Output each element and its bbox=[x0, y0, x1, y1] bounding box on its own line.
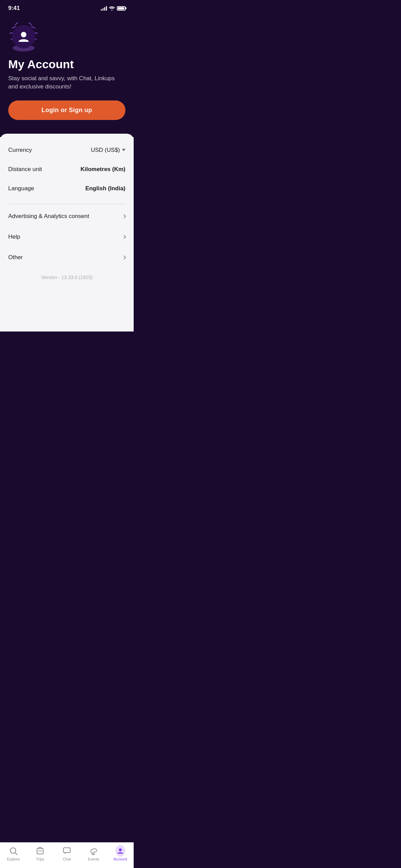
language-row[interactable]: Language English (India) bbox=[0, 179, 134, 198]
help-row[interactable]: Help bbox=[0, 227, 134, 247]
status-bar: 9:41 bbox=[0, 0, 134, 14]
currency-value-container: USD (US$) bbox=[91, 147, 125, 154]
settings-group-preferences: Currency USD (US$) Distance unit Kilomet… bbox=[0, 137, 134, 202]
svg-point-10 bbox=[21, 32, 26, 37]
chevron-right-icon bbox=[122, 214, 126, 218]
wifi-icon bbox=[109, 6, 115, 11]
other-label: Other bbox=[8, 254, 23, 261]
distance-unit-label: Distance unit bbox=[8, 166, 42, 173]
svg-line-7 bbox=[32, 26, 35, 28]
chevron-right-icon bbox=[122, 235, 126, 239]
status-time: 9:41 bbox=[8, 5, 20, 12]
avatar bbox=[12, 25, 35, 48]
advertising-consent-row[interactable]: Advertising & Analytics consent bbox=[0, 206, 134, 227]
content-section: Currency USD (US$) Distance unit Kilomet… bbox=[0, 134, 134, 331]
chevron-right-icon bbox=[122, 255, 126, 259]
language-label: Language bbox=[8, 185, 34, 192]
battery-icon bbox=[117, 6, 125, 11]
status-icons bbox=[101, 6, 125, 11]
currency-label: Currency bbox=[8, 147, 32, 154]
signal-icon bbox=[101, 6, 107, 11]
help-label: Help bbox=[8, 233, 20, 240]
distance-unit-row[interactable]: Distance unit Kilometres (Km) bbox=[0, 160, 134, 179]
chevron-down-icon bbox=[122, 149, 125, 151]
language-text: English (India) bbox=[85, 185, 125, 192]
person-silhouette bbox=[17, 30, 30, 43]
page-subtitle: Stay social and savvy, with Chat, Linkup… bbox=[8, 74, 125, 91]
distance-unit-text: Kilometres (Km) bbox=[81, 166, 125, 173]
svg-line-6 bbox=[29, 23, 32, 25]
version-text: Version - 13.33.0 (1825) bbox=[0, 268, 134, 290]
login-signup-button[interactable]: Login or Sign up bbox=[8, 100, 125, 120]
page-title: My Account bbox=[8, 58, 125, 71]
section-divider bbox=[8, 204, 125, 204]
currency-row[interactable]: Currency USD (US$) bbox=[0, 141, 134, 160]
avatar-container bbox=[8, 21, 39, 52]
other-row[interactable]: Other bbox=[0, 247, 134, 268]
distance-unit-value: Kilometres (Km) bbox=[81, 166, 125, 173]
advertising-consent-label: Advertising & Analytics consent bbox=[8, 213, 89, 220]
currency-value: USD (US$) bbox=[91, 147, 120, 154]
language-value: English (India) bbox=[85, 185, 125, 192]
svg-line-5 bbox=[15, 23, 18, 25]
header-section: My Account Stay social and savvy, with C… bbox=[0, 14, 134, 134]
svg-point-0 bbox=[111, 10, 112, 11]
svg-line-2 bbox=[12, 26, 16, 28]
